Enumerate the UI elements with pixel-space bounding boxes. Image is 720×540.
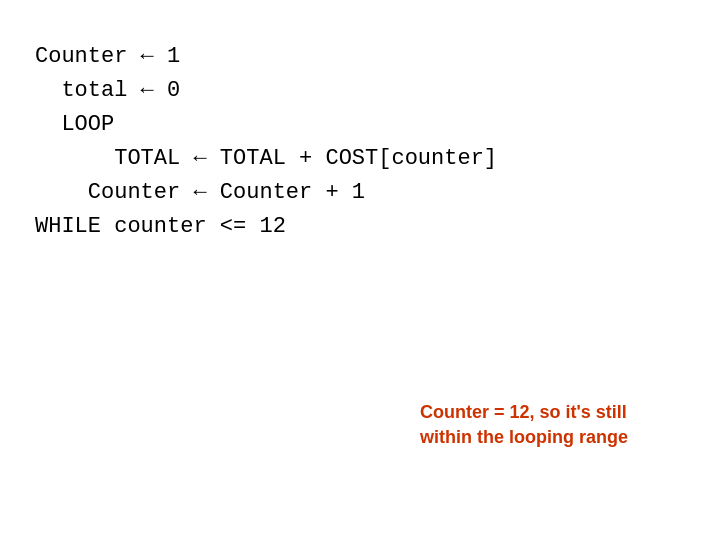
- main-container: Counter ← 1 total ← 0 LOOP TOTAL ← TOTAL…: [0, 0, 720, 540]
- code-line-5: Counter ← Counter + 1: [35, 176, 685, 210]
- code-line-1: Counter ← 1: [35, 40, 685, 74]
- annotation-box: Counter = 12, so it's still within the l…: [420, 400, 660, 450]
- code-line-4: TOTAL ← TOTAL + COST[counter]: [35, 142, 685, 176]
- code-line-6: WHILE counter <= 12: [35, 210, 685, 244]
- code-line-3: LOOP: [35, 108, 685, 142]
- code-block: Counter ← 1 total ← 0 LOOP TOTAL ← TOTAL…: [35, 40, 685, 245]
- code-line-2: total ← 0: [35, 74, 685, 108]
- annotation-text: Counter = 12, so it's still within the l…: [420, 402, 628, 447]
